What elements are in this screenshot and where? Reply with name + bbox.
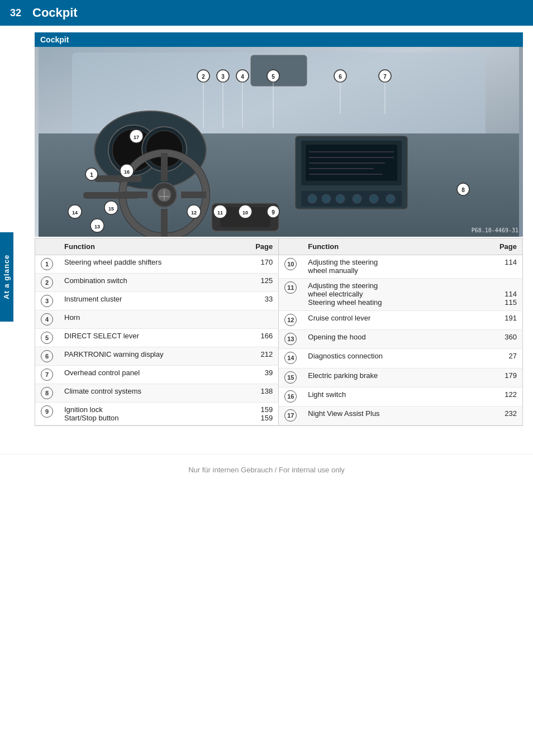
right-table: Function Page 10 Adjusting the steeringw… bbox=[279, 238, 522, 425]
row-page: 170 bbox=[233, 255, 279, 274]
table-row: 10 Adjusting the steeringwheel manually … bbox=[279, 255, 522, 279]
row-num: 5 bbox=[35, 329, 59, 347]
row-function: Ignition lockStart/Stop button bbox=[59, 403, 233, 425]
row-page: 212 bbox=[233, 347, 279, 366]
svg-text:2: 2 bbox=[202, 74, 205, 80]
row-num: 6 bbox=[35, 347, 59, 366]
row-function: Adjusting the steeringwheel electrically… bbox=[302, 279, 468, 311]
row-function: DIRECT SELECT lever bbox=[59, 329, 233, 347]
svg-text:10: 10 bbox=[242, 210, 248, 216]
row-page bbox=[233, 310, 279, 329]
table-row: 17 Night View Assist Plus 232 bbox=[279, 406, 522, 425]
table-row: 2 Combination switch 125 bbox=[35, 274, 279, 292]
row-page: 27 bbox=[468, 349, 522, 368]
svg-rect-35 bbox=[94, 175, 142, 182]
svg-text:13: 13 bbox=[94, 224, 100, 229]
svg-text:14: 14 bbox=[72, 210, 78, 216]
right-table-num-header bbox=[279, 238, 302, 255]
row-function: Climate control systems bbox=[59, 384, 233, 403]
row-num: 10 bbox=[279, 255, 302, 279]
row-page: 114115 bbox=[468, 279, 522, 311]
row-page: 159159 bbox=[233, 403, 279, 425]
svg-point-32 bbox=[386, 194, 395, 203]
svg-text:15: 15 bbox=[108, 206, 114, 212]
left-table-num-header bbox=[35, 238, 59, 255]
svg-point-27 bbox=[308, 194, 317, 203]
table-row: 16 Light switch 122 bbox=[279, 387, 522, 406]
table-row: 3 Instrument cluster 33 bbox=[35, 292, 279, 310]
footer: Nur für internen Gebrauch / For internal… bbox=[0, 454, 533, 485]
row-function: Diagnostics connection bbox=[302, 349, 468, 368]
svg-text:7: 7 bbox=[383, 74, 387, 80]
svg-rect-37 bbox=[251, 55, 307, 86]
table-row: 4 Horn bbox=[35, 310, 279, 329]
svg-text:6: 6 bbox=[339, 74, 342, 80]
svg-text:4: 4 bbox=[241, 74, 244, 80]
row-num: 13 bbox=[279, 330, 302, 349]
row-function: Combination switch bbox=[59, 274, 233, 292]
svg-point-29 bbox=[336, 194, 345, 203]
side-tab-label: At a glance bbox=[0, 232, 13, 322]
page-number: 32 bbox=[10, 7, 26, 19]
row-function: Overhead control panel bbox=[59, 366, 233, 384]
tables-container: Function Page 1 Steering wheel paddle sh… bbox=[35, 238, 523, 426]
page-header: 32 Cockpit bbox=[0, 0, 533, 26]
table-row: 12 Cruise control lever 191 bbox=[279, 311, 522, 330]
row-num: 11 bbox=[279, 279, 302, 311]
row-function: Cruise control lever bbox=[302, 311, 468, 330]
row-page: 138 bbox=[233, 384, 279, 403]
svg-point-30 bbox=[353, 194, 361, 203]
row-function: Adjusting the steeringwheel manually bbox=[302, 255, 468, 279]
row-num: 16 bbox=[279, 387, 302, 406]
row-function: Instrument cluster bbox=[59, 292, 233, 310]
row-num: 12 bbox=[279, 311, 302, 330]
row-num: 17 bbox=[279, 406, 302, 425]
svg-text:1: 1 bbox=[90, 172, 93, 178]
svg-text:17: 17 bbox=[134, 135, 139, 140]
row-function: Steering wheel paddle shifters bbox=[59, 255, 233, 274]
svg-text:8: 8 bbox=[461, 187, 465, 193]
row-num: 1 bbox=[35, 255, 59, 274]
row-num: 3 bbox=[35, 292, 59, 310]
row-page: 33 bbox=[233, 292, 279, 310]
table-row: 11 Adjusting the steeringwheel electrica… bbox=[279, 279, 522, 311]
svg-text:9: 9 bbox=[272, 209, 275, 216]
row-page: 114 bbox=[468, 255, 522, 279]
main-content: Cockpit bbox=[25, 26, 533, 443]
left-table-function-header: Function bbox=[59, 238, 233, 255]
table-row: 6 PARKTRONIC warning display 212 bbox=[35, 347, 279, 366]
row-num: 7 bbox=[35, 366, 59, 384]
row-page: 360 bbox=[468, 330, 522, 349]
svg-point-28 bbox=[322, 194, 331, 203]
table-row: 14 Diagnostics connection 27 bbox=[279, 349, 522, 368]
row-function: PARKTRONIC warning display bbox=[59, 347, 233, 366]
table-row: 7 Overhead control panel 39 bbox=[35, 366, 279, 384]
svg-text:5: 5 bbox=[272, 74, 275, 80]
svg-text:16: 16 bbox=[124, 169, 130, 175]
row-function: Light switch bbox=[302, 387, 468, 406]
svg-text:11: 11 bbox=[217, 210, 223, 216]
row-page: 122 bbox=[468, 387, 522, 406]
row-page: 39 bbox=[233, 366, 279, 384]
table-row: 5 DIRECT SELECT lever 166 bbox=[35, 329, 279, 347]
right-table-page-header: Page bbox=[468, 238, 522, 255]
table-row: 15 Electric parking brake 179 bbox=[279, 368, 522, 387]
row-function: Horn bbox=[59, 310, 233, 329]
row-page: 232 bbox=[468, 406, 522, 425]
side-tab-container: At a glance bbox=[0, 82, 12, 472]
table-row: 1 Steering wheel paddle shifters 170 bbox=[35, 255, 279, 274]
row-num: 8 bbox=[35, 384, 59, 403]
footer-text: Nur für internen Gebrauch / For internal… bbox=[188, 466, 345, 474]
row-page: 125 bbox=[233, 274, 279, 292]
section-header: Cockpit bbox=[35, 32, 523, 47]
svg-rect-36 bbox=[83, 192, 139, 199]
table-row: 13 Opening the hood 360 bbox=[279, 330, 522, 349]
row-page: 191 bbox=[468, 311, 522, 330]
row-page: 166 bbox=[233, 329, 279, 347]
row-function: Opening the hood bbox=[302, 330, 468, 349]
table-row: 9 Ignition lockStart/Stop button 159159 bbox=[35, 403, 279, 425]
row-num: 9 bbox=[35, 403, 59, 425]
right-table-function-header: Function bbox=[302, 238, 468, 255]
row-function: Electric parking brake bbox=[302, 368, 468, 387]
left-table-page-header: Page bbox=[233, 238, 279, 255]
